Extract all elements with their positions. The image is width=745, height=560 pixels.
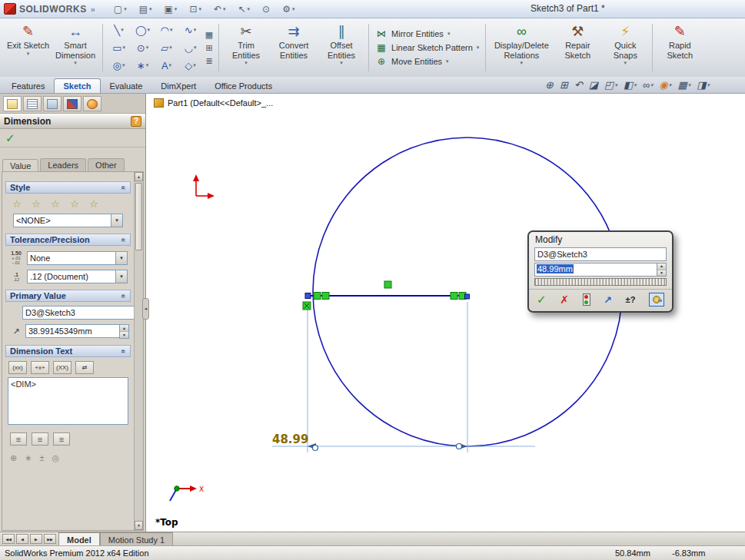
chevron-down-icon[interactable]: ▾ — [169, 45, 172, 51]
quick-snaps-button[interactable]: ⚡ Quick Snaps ▾ — [601, 20, 649, 75]
primary-value-spinner[interactable]: ▲ ▼ — [119, 324, 129, 339]
add-style-button[interactable]: ☆ — [29, 197, 43, 210]
collapse-chevron-icon[interactable]: « — [120, 349, 128, 353]
chevron-down-icon[interactable]: ▾ — [194, 27, 197, 33]
chevron-down-icon[interactable]: ▾ — [111, 214, 122, 227]
chevron-down-icon[interactable]: ▾ — [115, 270, 127, 283]
coincident-relation-icon[interactable] — [314, 293, 321, 300]
print-button[interactable]: ⊡▾ — [189, 4, 201, 15]
modify-value-field[interactable]: 48.99mm — [534, 263, 657, 277]
modify-ok-button[interactable]: ✓ — [537, 293, 547, 307]
dimension-text-section-header[interactable]: Dimension Text « — [5, 345, 131, 357]
section-view-button[interactable]: ◪ — [589, 79, 598, 91]
tab-dimxpert[interactable]: DimXpert — [151, 78, 205, 93]
tab-evaluate[interactable]: Evaluate — [101, 78, 152, 93]
horizontal-relation-icon[interactable] — [384, 281, 391, 288]
panel-scrollbar[interactable]: ▲ ▼ — [134, 172, 143, 530]
modify-dimension-name-field[interactable]: D3@Sketch3 — [534, 247, 667, 261]
rectangle-tool-button[interactable]: ▭▾ — [107, 39, 131, 57]
help-button[interactable]: ? — [131, 116, 141, 127]
view-orientation-button[interactable]: ◰▾ — [604, 79, 617, 91]
open-button[interactable]: ▤▾ — [139, 4, 152, 15]
point-tool-button[interactable]: ∗▾ — [131, 57, 155, 75]
chevron-down-icon[interactable]: ▾ — [149, 6, 152, 12]
delete-style-button[interactable]: ☆ — [48, 197, 62, 210]
sketch-endpoint[interactable] — [465, 294, 470, 299]
chevron-down-icon[interactable]: ▾ — [707, 82, 710, 88]
chevron-down-icon[interactable]: ▾ — [122, 62, 125, 68]
modify-cancel-button[interactable]: ✗ — [560, 293, 569, 306]
spline-tool-button[interactable]: ∿▾ — [178, 22, 202, 39]
chevron-down-icon[interactable]: ▾ — [688, 82, 691, 88]
primary-value-field[interactable]: 38.99145349mm — [25, 324, 119, 338]
dimension-text-extra-icon[interactable]: ∗ — [25, 453, 32, 463]
chevron-down-icon[interactable]: ▾ — [175, 6, 178, 12]
extra-sketch-tool-button[interactable]: ≣ — [205, 56, 212, 66]
menu-expand-chevron[interactable]: » — [91, 5, 95, 14]
previous-view-button[interactable]: ↶ — [574, 79, 583, 91]
feature-tree-flyout[interactable]: Part1 (Default<<Default>_... — [154, 98, 273, 108]
sketch-fillet-tool-button[interactable]: ◡▾ — [178, 39, 202, 57]
align-left-button[interactable]: ≡ — [10, 432, 27, 446]
chevron-down-icon[interactable]: ▾ — [521, 60, 524, 66]
spin-up-icon[interactable]: ▲ — [120, 325, 128, 332]
tab-motion-study[interactable]: Motion Study 1 — [100, 532, 173, 545]
new-document-button[interactable]: ▢▾ — [114, 4, 127, 15]
chevron-down-icon[interactable]: ▾ — [624, 60, 627, 66]
chevron-down-icon[interactable]: ▾ — [340, 60, 343, 66]
rebuild-button[interactable]: ⊙ — [262, 4, 270, 15]
chevron-down-icon[interactable]: ▾ — [614, 82, 617, 88]
spin-up-icon[interactable]: ▲ — [657, 263, 666, 270]
apply-scene-button[interactable]: ▦▾ — [677, 79, 690, 91]
display-delete-relations-button[interactable]: ∞ Display/Delete Relations ▾ — [489, 20, 554, 75]
extra-sketch-tool-button[interactable]: ⊞ — [205, 43, 212, 53]
arc-tool-button[interactable]: ◠▾ — [155, 22, 178, 39]
featuremanager-tab[interactable] — [23, 96, 42, 111]
tab-leaders[interactable]: Leaders — [40, 158, 86, 171]
displaymanager-tab[interactable] — [83, 96, 101, 111]
modify-dialog-title[interactable]: Modify — [529, 232, 672, 247]
linear-sketch-pattern-button[interactable]: ▦ Linear Sketch Pattern ▾ — [375, 42, 479, 53]
save-button[interactable]: ▣▾ — [165, 4, 178, 15]
line-tool-button[interactable]: ╲▾ — [107, 22, 131, 39]
offset-text-button[interactable]: ⇄ — [75, 361, 94, 374]
spin-down-icon[interactable]: ▼ — [120, 332, 128, 338]
convert-entities-button[interactable]: ⇉ Convert Entities — [270, 20, 318, 75]
chevron-down-icon[interactable]: ▾ — [146, 62, 149, 68]
chevron-down-icon[interactable]: ▾ — [148, 27, 151, 33]
dimension-handle[interactable] — [457, 444, 462, 449]
modify-dialog[interactable]: Modify D3@Sketch3 48.99mm ▲ ▼ ✓ ✗ ↗ ±? — [527, 230, 673, 313]
view-settings-button[interactable]: ◨▾ — [697, 79, 710, 91]
style-dropdown[interactable]: <NONE> ▾ — [13, 214, 123, 227]
dimension-value-label[interactable]: 48.99 — [272, 432, 308, 446]
ellipse-tool-button[interactable]: ▱▾ — [155, 39, 178, 57]
primary-value-section-header[interactable]: Primary Value « — [5, 290, 131, 302]
panel-splitter-handle[interactable]: ◂ — [142, 298, 149, 320]
chevron-down-icon[interactable]: ▾ — [244, 60, 248, 66]
thumbwheel[interactable] — [534, 278, 667, 286]
scroll-down-button[interactable]: ▼ — [135, 521, 143, 530]
chevron-down-icon[interactable]: ▾ — [122, 45, 125, 51]
modify-value-selected-text[interactable]: 48.99mm — [537, 264, 574, 273]
trim-entities-button[interactable]: ✂ Trim Entities ▾ — [222, 20, 270, 75]
scroll-up-button[interactable]: ▲ — [135, 172, 143, 181]
tab-features[interactable]: Features — [2, 78, 54, 93]
dimension-handle[interactable] — [313, 446, 318, 451]
select-button[interactable]: ↖▾ — [238, 4, 251, 15]
first-sheet-button[interactable]: ◀◀ — [2, 534, 15, 544]
hide-show-items-button[interactable]: ∞▾ — [643, 79, 654, 91]
chevron-down-icon[interactable]: ▾ — [248, 6, 251, 12]
dimxpertmanager-tab[interactable] — [63, 96, 81, 111]
dimension-text-extra-icon[interactable]: ± — [39, 453, 44, 463]
chevron-down-icon[interactable]: ▾ — [198, 6, 201, 12]
repair-sketch-button[interactable]: ⚒ Repair Sketch — [554, 20, 601, 75]
chevron-down-icon[interactable]: ▾ — [193, 62, 196, 68]
chevron-down-icon[interactable]: ▾ — [194, 45, 197, 51]
perimeter-circle-tool-button[interactable]: ⊙▾ — [131, 39, 155, 57]
slot-tool-button[interactable]: ◎▾ — [107, 57, 131, 75]
options-button[interactable]: ⚙▾ — [282, 4, 294, 15]
scrollbar-thumb[interactable] — [135, 183, 142, 250]
save-style-button[interactable]: ☆ — [68, 197, 81, 210]
modify-rebuild-button[interactable] — [583, 293, 590, 306]
exit-sketch-button[interactable]: ✎ Exit Sketch ▾ — [5, 20, 52, 75]
